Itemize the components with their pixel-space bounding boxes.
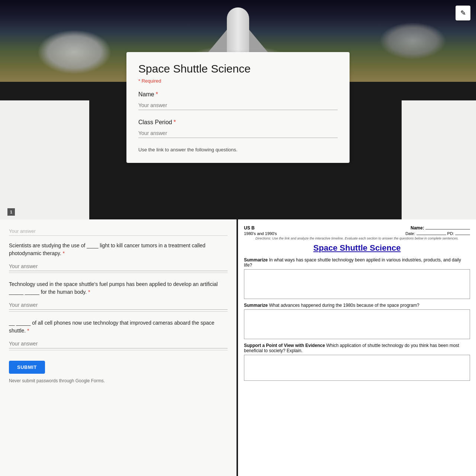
top-panel: 1 ✎ Space Shuttle Science * Required Nam… xyxy=(0,0,476,219)
form-hint: Use the link to answer the following que… xyxy=(138,147,338,152)
question-1-required: * xyxy=(63,250,65,256)
cloud-left xyxy=(37,30,112,74)
question-1-text: Scientists are studying the use of ____ … xyxy=(9,242,228,257)
class-period-field-group: Class Period * xyxy=(138,119,338,138)
never-submit-note: Never submit passwords through Google Fo… xyxy=(9,378,228,383)
name-required-star: * xyxy=(156,91,158,98)
worksheet-question-3: Support a Point of View with Evidence Wh… xyxy=(244,343,470,381)
worksheet-q1-label: Summarize In what ways has space shuttle… xyxy=(244,257,470,268)
shuttle-body xyxy=(227,7,249,60)
worksheet-q3-answer-box[interactable] xyxy=(244,355,470,381)
question-2-input[interactable] xyxy=(9,300,228,310)
required-note: * Required xyxy=(138,78,338,84)
worksheet-date-label: Date: PD: xyxy=(405,231,470,236)
edit-icon: ✎ xyxy=(460,9,466,17)
edit-button[interactable]: ✎ xyxy=(456,6,470,20)
question-3-answer[interactable] xyxy=(9,338,228,350)
shuttle-wing-left xyxy=(208,30,227,52)
name-field-group: Name * xyxy=(138,91,338,110)
shuttle-wing-right xyxy=(249,30,268,52)
cloud-right xyxy=(379,22,446,60)
bottom-left-panel: Your answer Scientists are studying the … xyxy=(0,219,238,476)
name-label: Name * xyxy=(138,91,338,98)
worksheet-name-label: Name: xyxy=(411,225,470,231)
worksheet-q2-label: Summarize What advances happened during … xyxy=(244,303,470,308)
worksheet-class: US B xyxy=(244,225,255,231)
bottom-right-panel: US B Name: 1980's and 1990's Date: PD: D… xyxy=(238,219,476,476)
question-3-input[interactable] xyxy=(9,339,228,348)
worksheet-question-1: Summarize In what ways has space shuttle… xyxy=(244,257,470,299)
class-period-required-star: * xyxy=(174,119,176,126)
page-indicator: 1 xyxy=(7,208,15,216)
worksheet-question-2: Summarize What advances happened during … xyxy=(244,303,470,339)
question-3-text: __ _____ of all cell phones now use tech… xyxy=(9,319,228,335)
worksheet-directions: Directions: Use the link and analyze the… xyxy=(244,237,470,240)
question-1-input[interactable] xyxy=(9,262,228,271)
question-2-answer[interactable] xyxy=(9,299,228,312)
class-period-input[interactable] xyxy=(138,129,338,138)
top-answer-placeholder: Your answer xyxy=(9,227,228,236)
left-sidebar-area: 1 xyxy=(0,100,89,219)
worksheet-q1-answer-box[interactable] xyxy=(244,269,470,299)
submit-button[interactable]: SUBMIT xyxy=(9,361,45,374)
question-2-required: * xyxy=(88,289,90,295)
worksheet-title: Space Shuttle Science xyxy=(244,243,470,253)
form-title: Space Shuttle Science xyxy=(138,62,338,75)
worksheet-period-label: 1980's and 1990's xyxy=(244,231,277,236)
right-sidebar-area xyxy=(402,100,476,219)
worksheet-q3-label: Support a Point of View with Evidence Wh… xyxy=(244,343,470,353)
question-2-text: Technology used in the space shuttle's f… xyxy=(9,280,228,296)
name-input[interactable] xyxy=(138,101,338,110)
class-period-label: Class Period * xyxy=(138,119,338,126)
question-3-required: * xyxy=(27,328,29,334)
question-1-answer[interactable] xyxy=(9,260,228,273)
worksheet-q2-answer-box[interactable] xyxy=(244,309,470,339)
form-card: Space Shuttle Science * Required Name * … xyxy=(126,52,350,163)
bottom-row: Your answer Scientists are studying the … xyxy=(0,219,476,476)
